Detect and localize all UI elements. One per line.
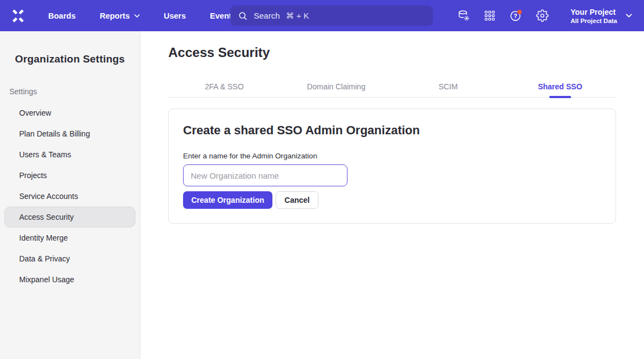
cancel-button[interactable]: Cancel <box>276 191 318 209</box>
sidebar-item-overview[interactable]: Overview <box>4 102 135 123</box>
create-organization-button[interactable]: Create Organization <box>183 191 272 209</box>
chevron-down-icon <box>134 14 140 18</box>
nav-item-label: Reports <box>100 12 130 20</box>
sidebar-item-access-security[interactable]: Access Security <box>4 207 135 227</box>
search-placeholder: Search <box>254 11 280 20</box>
sidebar-item-label: Access Security <box>19 213 74 221</box>
search-input[interactable]: Search ⌘ + K <box>230 5 433 26</box>
sidebar-item-identity-merge[interactable]: Identity Merge <box>4 227 135 248</box>
sidebar-item-label: Projects <box>19 171 47 180</box>
tab-label: 2FA & SSO <box>205 82 244 91</box>
sidebar-item-mixpanel-usage[interactable]: Mixpanel Usage <box>4 269 135 290</box>
tab-label: Domain Claiming <box>307 82 366 91</box>
main-nav: Boards Reports Users Events <box>48 12 236 20</box>
tab-2fa-sso[interactable]: 2FA & SSO <box>168 76 280 97</box>
navbar-actions: ? Your Project All Project Data <box>457 7 632 25</box>
create-shared-sso-card: Create a shared SSO Admin Organization E… <box>168 109 616 224</box>
tab-label: Shared SSO <box>538 82 582 91</box>
project-scope: All Project Data <box>571 17 617 25</box>
sidebar-item-label: Mixpanel Usage <box>19 275 74 284</box>
sidebar-item-label: Identity Merge <box>19 233 68 242</box>
sidebar-item-projects[interactable]: Projects <box>4 165 135 186</box>
sidebar-item-label: Overview <box>19 109 51 117</box>
nav-item-users[interactable]: Users <box>164 12 186 20</box>
sidebar-title: Organization Settings <box>0 53 140 65</box>
sidebar-item-label: Plan Details & Billing <box>19 129 90 138</box>
org-settings-sidebar: Organization Settings Settings Overview … <box>0 31 140 359</box>
nav-item-label: Boards <box>48 12 76 20</box>
sidebar-item-service-accounts[interactable]: Service Accounts <box>4 186 135 207</box>
search-shortcut: ⌘ + K <box>286 11 309 21</box>
settings-gear-icon[interactable] <box>535 9 549 22</box>
tab-label: SCIM <box>438 82 458 91</box>
top-navbar: Boards Reports Users Events Search ⌘ + K <box>0 0 644 31</box>
nav-item-boards[interactable]: Boards <box>48 12 76 20</box>
notification-dot <box>517 10 522 14</box>
sidebar-item-users-teams[interactable]: Users & Teams <box>4 144 135 165</box>
project-name: Your Project <box>571 7 617 17</box>
org-name-field-label: Enter a name for the Admin Organization <box>183 152 601 160</box>
card-actions: Create Organization Cancel <box>183 191 601 209</box>
org-name-input[interactable] <box>183 164 347 186</box>
sidebar-item-plan-details-billing[interactable]: Plan Details & Billing <box>4 123 135 144</box>
tab-domain-claiming[interactable]: Domain Claiming <box>280 76 392 97</box>
nav-item-label: Users <box>164 12 186 20</box>
card-title: Create a shared SSO Admin Organization <box>183 123 601 138</box>
access-security-tabs: 2FA & SSO Domain Claiming SCIM Shared SS… <box>168 76 616 98</box>
mixpanel-logo-icon[interactable] <box>10 8 26 24</box>
main-content: Access Security 2FA & SSO Domain Claimin… <box>140 31 644 359</box>
page-title: Access Security <box>168 45 616 60</box>
sidebar-section-label: Settings <box>9 87 140 96</box>
project-switcher[interactable]: Your Project All Project Data <box>571 7 632 25</box>
help-icon[interactable]: ? <box>509 9 523 22</box>
chevron-down-icon <box>626 14 632 18</box>
sidebar-items: Overview Plan Details & Billing Users & … <box>0 102 140 290</box>
nav-item-reports[interactable]: Reports <box>100 12 140 20</box>
tab-scim[interactable]: SCIM <box>392 76 504 97</box>
apps-grid-icon[interactable] <box>483 9 497 22</box>
search-icon <box>238 11 248 21</box>
svg-text:?: ? <box>514 13 517 19</box>
sidebar-item-label: Data & Privacy <box>19 254 70 263</box>
tab-shared-sso[interactable]: Shared SSO <box>504 76 616 97</box>
active-tab-indicator <box>549 96 571 98</box>
data-management-icon[interactable] <box>457 9 470 22</box>
sidebar-item-label: Service Accounts <box>19 192 78 201</box>
sidebar-item-data-privacy[interactable]: Data & Privacy <box>4 248 135 269</box>
sidebar-item-label: Users & Teams <box>19 150 71 159</box>
